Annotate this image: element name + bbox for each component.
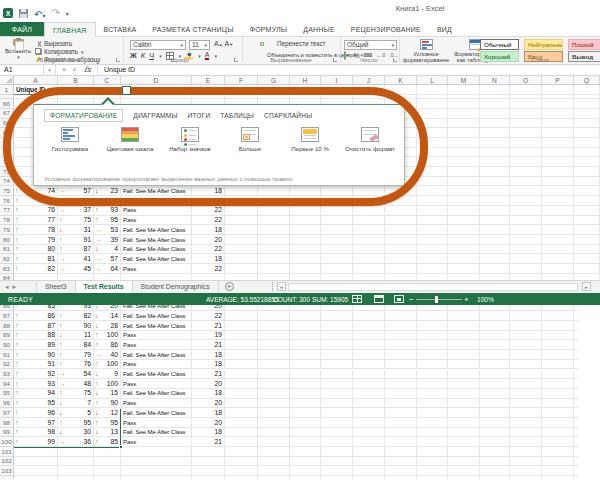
cell[interactable]: ↑87 (14, 321, 58, 331)
cell[interactable]: 18 (192, 389, 225, 399)
ribbon-tab-формулы[interactable]: ФОРМУЛЫ (242, 22, 296, 36)
cell[interactable] (94, 447, 121, 457)
ribbon-tab-вставка[interactable]: ВСТАВКА (96, 22, 145, 36)
cell[interactable] (225, 311, 258, 321)
cell[interactable]: ↑75 (58, 389, 94, 399)
cell[interactable] (448, 399, 480, 409)
cell[interactable] (225, 360, 258, 370)
align-middle-button[interactable] (253, 42, 257, 46)
ribbon-tab-главная[interactable]: ГЛАВНАЯ (44, 22, 96, 37)
cell[interactable]: ↑89 (14, 340, 58, 350)
cell[interactable] (321, 476, 353, 478)
cell[interactable] (480, 167, 510, 177)
cell[interactable] (574, 148, 600, 158)
cell[interactable] (385, 428, 417, 438)
cell[interactable]: →64 (94, 264, 121, 274)
cell[interactable] (385, 360, 417, 370)
qa-item-icon-set[interactable]: Набор значков (160, 127, 220, 152)
cell[interactable] (417, 264, 448, 274)
cell[interactable] (480, 264, 510, 274)
cell[interactable] (542, 311, 574, 321)
cell[interactable] (385, 389, 417, 399)
cell[interactable] (417, 457, 448, 467)
row-header[interactable]: 97 (0, 408, 14, 418)
cell[interactable] (385, 399, 417, 409)
cell[interactable] (58, 476, 94, 478)
cell[interactable] (448, 264, 480, 274)
cell[interactable] (480, 321, 510, 331)
cell[interactable] (121, 457, 192, 467)
cell[interactable] (321, 399, 353, 409)
page-layout-view-icon[interactable] (374, 295, 384, 304)
cell[interactable]: ↑82 (14, 264, 58, 274)
cell[interactable] (290, 311, 321, 321)
cell[interactable] (290, 457, 321, 467)
cell[interactable] (574, 225, 600, 235)
cell[interactable] (353, 370, 385, 380)
cell[interactable] (448, 206, 480, 216)
cell[interactable] (574, 389, 578, 399)
cell[interactable] (574, 109, 600, 119)
cell[interactable] (385, 321, 417, 331)
number-format-select[interactable]: Общий▾ (344, 40, 397, 50)
row-header[interactable]: 99 (0, 428, 14, 438)
cell[interactable]: ↑95 (58, 418, 94, 428)
cell[interactable] (417, 225, 448, 235)
cell[interactable] (480, 225, 510, 235)
cell[interactable]: 18 (192, 254, 225, 264)
cell[interactable] (542, 408, 574, 418)
cell[interactable] (353, 476, 385, 478)
cell[interactable] (480, 254, 510, 264)
cell[interactable] (510, 109, 542, 119)
cell[interactable] (385, 187, 417, 197)
row-header[interactable]: 102 (0, 457, 14, 467)
cell[interactable] (321, 350, 353, 360)
number-dialog-launcher-icon[interactable] (393, 58, 397, 62)
row-header[interactable]: 93 (0, 370, 14, 380)
cell[interactable] (258, 187, 290, 197)
qa-tab-диаграммы[interactable]: ДИАГРАММЫ (133, 110, 177, 121)
cell[interactable] (385, 206, 417, 216)
cell[interactable] (225, 235, 258, 245)
page-break-view-icon[interactable] (394, 295, 404, 304)
cell[interactable] (448, 196, 480, 206)
cell[interactable] (290, 428, 321, 438)
cell[interactable] (290, 476, 321, 478)
cell[interactable] (417, 340, 448, 350)
cell[interactable]: ↑90 (58, 321, 94, 331)
cell[interactable] (385, 196, 417, 206)
cell[interactable] (448, 379, 480, 389)
column-header-A[interactable]: A (14, 76, 58, 85)
cell[interactable] (385, 379, 417, 389)
cell[interactable] (448, 389, 480, 399)
cell[interactable] (448, 437, 480, 447)
copy-button[interactable]: Копировать▾ (36, 48, 100, 55)
cell[interactable]: 21 (192, 340, 225, 350)
cell[interactable]: 21 (192, 437, 225, 447)
cell[interactable] (353, 216, 385, 226)
cell[interactable] (574, 311, 578, 321)
qa-tab-таблицы[interactable]: ТАБЛИЦЫ (220, 110, 254, 121)
cell[interactable] (510, 428, 542, 438)
cell[interactable] (321, 264, 353, 274)
cell[interactable] (574, 245, 600, 255)
row-header[interactable]: 94 (0, 379, 14, 389)
cell[interactable] (510, 437, 542, 447)
cell[interactable]: Pass (121, 264, 192, 274)
cell[interactable] (574, 360, 578, 370)
cell[interactable] (480, 235, 510, 245)
cell[interactable] (448, 321, 480, 331)
cell[interactable] (225, 476, 258, 478)
row-header[interactable]: 72 (0, 157, 14, 167)
cell[interactable]: Fail. See Me After Class (121, 311, 192, 321)
row-header[interactable]: 98 (0, 418, 14, 428)
cell[interactable] (448, 360, 480, 370)
cell[interactable]: ↑82 (58, 311, 94, 321)
cell[interactable] (480, 340, 510, 350)
cell[interactable]: ↑76 (58, 360, 94, 370)
cell[interactable] (542, 264, 574, 274)
cell[interactable] (225, 196, 258, 206)
cell[interactable] (574, 187, 600, 197)
column-header-I[interactable]: I (321, 76, 353, 85)
cell[interactable] (258, 321, 290, 331)
